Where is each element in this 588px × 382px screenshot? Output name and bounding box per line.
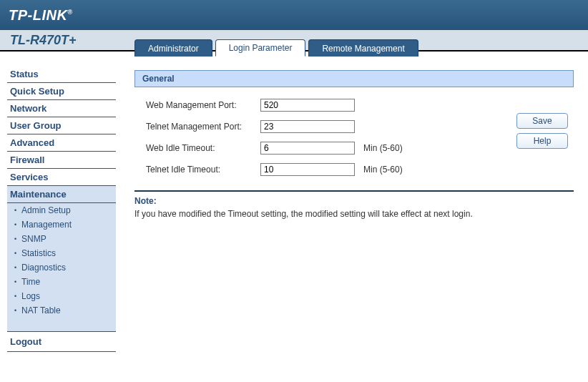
nav-spacer: [7, 318, 116, 332]
brand-logo: TP-LINK®: [9, 7, 73, 24]
row-web-idle-timeout: Web Idle Timeout: Min (5-60): [146, 137, 516, 159]
nav-status[interactable]: Status: [7, 66, 116, 83]
subnav-nat-table[interactable]: NAT Table: [7, 303, 116, 318]
subnav-diagnostics[interactable]: Diagnostics: [7, 260, 116, 275]
hint-web-idle-timeout: Min (5-60): [363, 143, 403, 153]
subnav-snmp[interactable]: SNMP: [7, 232, 116, 246]
note-text: If you have modified the Timeout setting…: [134, 209, 574, 219]
tab-login-parameter[interactable]: Login Parameter: [215, 39, 306, 57]
hint-telnet-idle-timeout: Min (5-60): [363, 165, 403, 175]
input-telnet-management-port[interactable]: [260, 120, 355, 133]
input-telnet-idle-timeout[interactable]: [260, 163, 355, 176]
row-web-management-port: Web Management Port:: [146, 94, 516, 116]
input-web-management-port[interactable]: [260, 99, 355, 112]
subnav-statistics[interactable]: Statistics: [7, 246, 116, 260]
subnav-admin-setup[interactable]: Admin Setup: [7, 203, 116, 217]
sidebar: Status Quick Setup Network User Group Ad…: [0, 52, 122, 382]
subnav-management[interactable]: Management: [7, 217, 116, 232]
help-button[interactable]: Help: [516, 133, 568, 149]
note-title: Note:: [134, 196, 574, 206]
tab-bar: Administrator Login Parameter Remote Man…: [134, 39, 421, 57]
nav-advanced[interactable]: Advanced: [7, 134, 116, 152]
form-area: Web Management Port: Telnet Management P…: [134, 87, 574, 190]
subnav-time[interactable]: Time: [7, 275, 116, 289]
content-area: Administrator Login Parameter Remote Man…: [122, 52, 588, 382]
header-bar: TP-LINK®: [0, 0, 588, 30]
nav-sub-list: Admin Setup Management SNMP Statistics D…: [7, 203, 116, 332]
nav-logout[interactable]: Logout: [7, 332, 116, 352]
input-web-idle-timeout[interactable]: [260, 142, 355, 155]
nav-user-group[interactable]: User Group: [7, 117, 116, 134]
row-telnet-management-port: Telnet Management Port:: [146, 116, 516, 137]
nav-firewall[interactable]: Firewall: [7, 152, 116, 169]
nav-quick-setup[interactable]: Quick Setup: [7, 83, 116, 100]
label-web-management-port: Web Management Port:: [146, 100, 260, 110]
side-buttons: Save Help: [516, 94, 574, 180]
label-web-idle-timeout: Web Idle Timeout:: [146, 143, 260, 153]
model-name: TL-R470T+: [10, 33, 77, 48]
row-telnet-idle-timeout: Telnet Idle Timeout: Min (5-60): [146, 159, 516, 180]
subnav-logs[interactable]: Logs: [7, 289, 116, 303]
nav-services[interactable]: Services: [7, 169, 116, 186]
panel-title-general: General: [134, 70, 574, 87]
label-telnet-management-port: Telnet Management Port:: [146, 122, 260, 132]
tab-administrator[interactable]: Administrator: [134, 39, 212, 57]
save-button[interactable]: Save: [516, 113, 568, 129]
nav-maintenance[interactable]: Maintenance: [7, 186, 116, 203]
tab-remote-management[interactable]: Remote Management: [308, 39, 418, 57]
divider: [134, 190, 574, 192]
nav-network[interactable]: Network: [7, 100, 116, 117]
label-telnet-idle-timeout: Telnet Idle Timeout:: [146, 165, 260, 175]
